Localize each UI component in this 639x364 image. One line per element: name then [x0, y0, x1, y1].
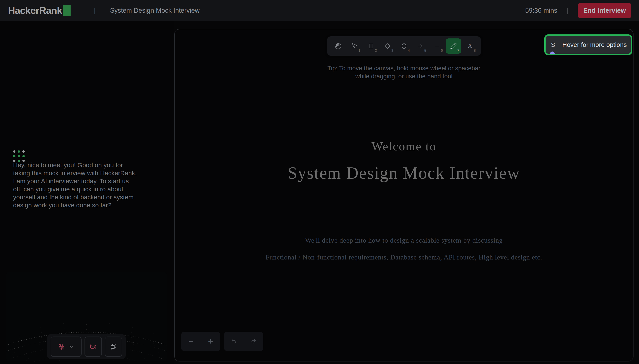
zoom-in-button[interactable]: + [201, 332, 220, 351]
logo-green-block-icon [63, 5, 71, 16]
hover-for-more-options-tooltip[interactable]: S Hover for more options [544, 34, 632, 55]
timer: 59:36 mins [525, 7, 557, 14]
microphone-off-icon [58, 343, 65, 350]
obscured-avatar-fragment [550, 52, 555, 55]
cursor-icon [351, 43, 358, 50]
ellipse-icon [401, 43, 407, 50]
message-line: design work you have done so far? [13, 201, 150, 209]
chevron-down-icon[interactable] [68, 344, 74, 350]
logo-text: HackerRank [8, 5, 62, 16]
zoom-out-button[interactable]: − [181, 332, 201, 351]
dot [13, 150, 16, 153]
undo-button[interactable] [224, 332, 244, 351]
av-controls-bar [47, 334, 126, 359]
hand-icon [335, 43, 342, 50]
redo-button[interactable] [244, 332, 263, 351]
tool-ellipse[interactable]: 4 [396, 38, 412, 54]
ai-speaking-indicator-icon [13, 150, 25, 162]
message-line: off, can you give me a quick intro about [13, 185, 150, 193]
tool-line[interactable]: 6 [429, 38, 445, 54]
tool-text[interactable]: A 8 [462, 38, 478, 54]
dot [18, 155, 20, 157]
rectangle-icon [368, 43, 375, 50]
line-icon [434, 43, 440, 50]
undo-icon [231, 338, 237, 344]
welcome-subtitle-line2: Functional / Non-functional requirements… [266, 253, 542, 261]
whiteboard-canvas[interactable]: 1 2 3 4 5 [174, 29, 633, 362]
tool-diamond[interactable]: 3 [380, 38, 395, 54]
diamond-icon [384, 43, 391, 50]
interviewer-message: Hey, nice to meet you! Good on you for t… [13, 161, 150, 209]
welcome-title-line2: System Design Mock Interview [288, 164, 520, 183]
tooltip-label: Hover for more options [562, 41, 627, 48]
zoom-controls: − + [181, 332, 220, 351]
dot [23, 150, 25, 153]
welcome-subtitle-line1: We'll delve deep into how to design a sc… [305, 236, 503, 244]
history-controls [224, 332, 263, 351]
hackerrank-logo: HackerRank [8, 5, 71, 16]
tool-arrow[interactable]: 5 [413, 38, 428, 54]
message-line: I am your AI interviewer today. To start… [13, 177, 150, 185]
pencil-icon [450, 43, 457, 50]
tool-rectangle[interactable]: 2 [364, 38, 379, 54]
interviewer-panel: Hey, nice to meet you! Good on you for t… [0, 21, 174, 364]
dot [23, 155, 25, 157]
canvas-tip: Tip: To move the canvas, hold mouse whee… [328, 64, 481, 80]
tool-hand[interactable] [331, 38, 346, 54]
message-line: yourself and the kind of backend or syst… [13, 193, 150, 201]
welcome-title-line1: Welcome to [372, 139, 436, 153]
camera-toggle-button[interactable] [85, 336, 102, 357]
microphone-toggle-button[interactable] [51, 336, 82, 357]
message-line: Hey, nice to meet you! Good on you for [13, 161, 150, 169]
chat-icon [110, 343, 117, 350]
dot [13, 155, 16, 157]
end-interview-button[interactable]: End Interview [578, 3, 631, 18]
header-right: 59:36 mins | End Interview [525, 3, 631, 18]
header-divider: | [566, 6, 568, 14]
top-bar: HackerRank | System Design Mock Intervie… [0, 0, 639, 21]
text-icon: A [467, 43, 473, 50]
chat-button[interactable] [105, 336, 122, 357]
svg-text:A: A [468, 43, 472, 49]
arrow-icon [417, 43, 424, 50]
message-line: taking this mock interview with HackerRa… [13, 169, 150, 177]
tool-draw[interactable]: 7 [446, 38, 461, 54]
redo-icon [250, 338, 257, 344]
header-divider: | [94, 6, 96, 14]
drawing-toolbar: 1 2 3 4 5 [327, 36, 481, 56]
obscured-letter: S [551, 41, 555, 48]
self-video-preview [6, 272, 167, 362]
page-title: System Design Mock Interview [110, 7, 200, 14]
tool-select[interactable]: 1 [347, 38, 362, 54]
camera-off-icon [90, 343, 97, 350]
dot [18, 150, 20, 153]
